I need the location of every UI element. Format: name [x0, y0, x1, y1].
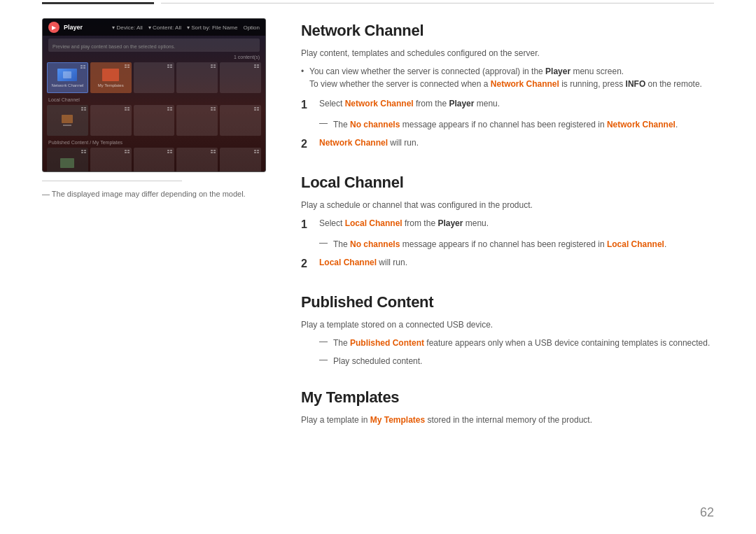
grid-dots-2 [125, 64, 130, 68]
page-number: 62 [700, 505, 714, 520]
grid-item-6 [47, 105, 88, 136]
grid-dots-11 [81, 150, 86, 153]
bullet-text-1d: is running, press [559, 79, 626, 89]
grid-dots-6 [81, 107, 86, 111]
player-grid-row3 [43, 145, 265, 172]
note-orange-nochannels: No channels [350, 120, 400, 129]
note-text-1: The No channels message appears if no ch… [333, 118, 678, 131]
step-text-2: Network Channel will run. [319, 136, 714, 149]
note-dash-pub2: ― [319, 355, 328, 365]
note-orange-lc2: Local Channel [607, 239, 664, 249]
step-bold-player-lc: Player [438, 218, 463, 228]
grid-item-8 [134, 105, 175, 136]
section-local-channel: Local Channel Play a schedule or channel… [301, 174, 714, 272]
player-controls: ▾ Device: All ▾ Content: All ▾ Sort by: … [112, 24, 260, 31]
bullet-text-1c: To view whether the server is connected … [309, 79, 491, 89]
grid-icon-2 [102, 69, 119, 81]
grid-item-15 [220, 148, 261, 172]
section-desc-local: Play a schedule or channel that was conf… [301, 199, 714, 211]
grid-dots-7 [125, 107, 130, 111]
player-grid-row1: Network Channel My Templates [43, 59, 265, 96]
step-local-2: 2 Local Channel will run. [301, 256, 714, 272]
player-icon: ▶ [48, 22, 59, 33]
step-network-2: 2 Network Channel will run. [301, 136, 714, 152]
note-text-pub2: Play scheduled content. [333, 355, 422, 367]
player-search: Preview and play content based on the se… [48, 38, 260, 52]
section-title-network: Network Channel [301, 22, 714, 40]
desc-orange-templates: My Templates [370, 415, 425, 425]
step-text-local-2: Local Channel will run. [319, 256, 714, 269]
desc-after: stored in the internal memory of the pro… [425, 415, 592, 425]
sort-control: ▾ Sort by: File Name [187, 24, 237, 31]
grid-dots-1 [80, 65, 85, 69]
section-published-content: Published Content Play a template stored… [301, 293, 714, 367]
grid-dots-15 [254, 150, 259, 153]
grid-dots-13 [167, 150, 172, 153]
step-number-local-1: 1 [301, 217, 312, 232]
top-border-accent [42, 2, 154, 4]
image-note: ― The displayed image may differ dependi… [42, 190, 273, 198]
grid-label-2: My Templates [98, 83, 124, 87]
grid-item-2: My Templates [90, 62, 132, 93]
grid-item-14 [176, 148, 218, 172]
grid-dots-8 [167, 107, 172, 111]
screen-image: ▶ Player ▾ Device: All ▾ Content: All ▾ … [42, 18, 266, 172]
grid-label-1: Network Channel [51, 83, 83, 87]
player-topbar: ▶ Player ▾ Device: All ▾ Content: All ▾ … [43, 19, 265, 36]
section-desc-published: Play a template stored on a connected US… [301, 318, 714, 331]
note-orange-nc2: Network Channel [607, 120, 676, 129]
note-dash-pub: ― [319, 337, 328, 346]
step-number-local-2: 2 [301, 256, 312, 272]
search-hint: Preview and play content based on the se… [52, 44, 175, 49]
top-border [0, 0, 756, 6]
note-bold-pub: Published Content [350, 338, 424, 348]
section-network-channel: Network Channel Play content, templates … [301, 22, 714, 153]
player-label: Player [64, 24, 108, 31]
grid-item-13 [134, 148, 175, 172]
content-count: 1 content(s) [43, 55, 265, 59]
grid-item-1: Network Channel [47, 62, 88, 93]
grid-item-10 [220, 105, 261, 136]
section-title-local: Local Channel [301, 174, 714, 192]
note-published-2: ― Play scheduled content. [301, 355, 714, 367]
grid-item-4 [176, 62, 218, 93]
section-desc-templates: Play a template in My Templates stored i… [301, 414, 714, 426]
note-published-1: ― The Published Content feature appears … [301, 337, 714, 349]
grid-item-9 [176, 105, 218, 136]
grid-item-5 [220, 62, 261, 93]
grid-dots-5 [254, 64, 259, 68]
grid-dots-3 [167, 64, 172, 68]
step-orange-nc2: Network Channel [319, 138, 388, 148]
note-text-pub: The Published Content feature appears on… [333, 337, 710, 349]
device-control: ▾ Device: All [112, 24, 143, 31]
bullet-orange-nc: Network Channel [491, 79, 559, 89]
separator-line [42, 181, 182, 181]
section-desc-network: Play content, templates and schedules co… [301, 47, 714, 59]
note-orange-nochannels-lc: No channels [350, 239, 400, 249]
grid-dots-9 [211, 107, 216, 111]
bullet-list-network: You can view whether the server is conne… [301, 65, 714, 90]
grid-item-3 [134, 62, 175, 93]
step-text-local-1: Select Local Channel from the Player men… [319, 217, 714, 230]
section-title-published: Published Content [301, 293, 714, 311]
bullet-text-1b: menu screen. [570, 66, 624, 76]
grid-dots-4 [211, 64, 216, 68]
top-border-line [161, 3, 714, 3]
step-orange-nc: Network Channel [345, 99, 414, 108]
grid-item-11 [47, 148, 88, 172]
row-label-published: Published Content / My Templates [43, 139, 265, 145]
content-control: ▾ Content: All [148, 24, 181, 31]
bullet-bold-info: INFO [626, 79, 646, 89]
bullet-text-1e: on the remote. [645, 79, 702, 89]
step-orange-lc2: Local Channel [319, 258, 377, 267]
grid-item-7 [90, 105, 132, 136]
grid-dots-12 [125, 150, 130, 153]
note-orange-pub: Published Content [350, 338, 424, 348]
row-label-local: Local Channel [43, 96, 265, 102]
section-title-templates: My Templates [301, 388, 714, 407]
step-bold-player: Player [449, 99, 474, 108]
note-text-local: The No channels message appears if no ch… [333, 238, 666, 251]
grid-dots-14 [211, 150, 216, 153]
option-control: Option [243, 24, 260, 31]
page-container: ▶ Player ▾ Device: All ▾ Content: All ▾ … [0, 0, 756, 534]
